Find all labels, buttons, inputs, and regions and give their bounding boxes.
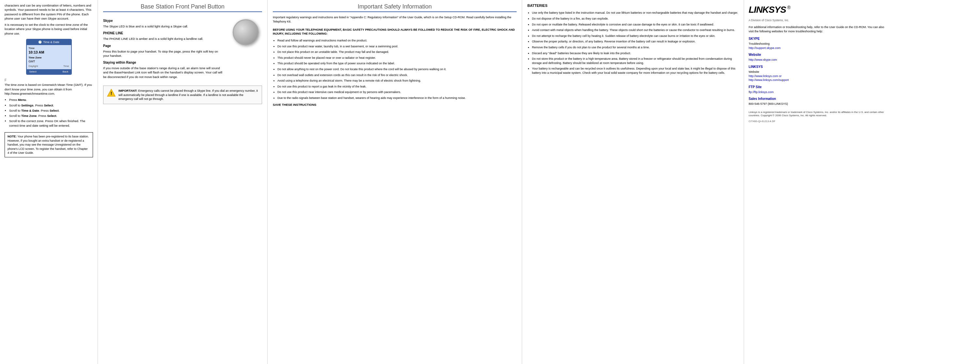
select-btn[interactable]: Select [29,70,37,73]
support-section: SKYPE Troubleshooting http://support.sky… [749,37,886,106]
base-content: Skype The Skype LED is blue and is a sol… [103,16,262,81]
linksys-url-1[interactable]: http://www.linksys.com or [749,74,781,78]
base-text: Skype The Skype LED is blue and is a sol… [103,16,225,81]
safety-item-0: Read and follow all warnings and instruc… [277,38,517,43]
battery-item-7: Discard any "dead" batteries because the… [532,51,738,56]
safety-item-4: This product should be operated only fro… [277,61,517,65]
battery-item-0: Use only the battery type listed in the … [532,11,738,15]
battery-item-1: Do not dispose of the battery in a fire,… [532,17,738,21]
linksys-support-text: For additional information or troublesho… [749,25,886,33]
safety-intro-1: Important regulatory warnings and instru… [273,15,517,24]
safety-item-6: Do not overload wall outlets and extensi… [277,73,517,77]
batteries-column: BATTERIES Use only the battery type list… [522,0,744,364]
svg-text:!: ! [111,91,112,96]
safety-title: Important Safety Information [273,3,517,12]
safety-list: Read and follow all warnings and instruc… [277,38,517,100]
phone-line-text: The PHONE LINE LED is amber and is a sol… [103,37,225,41]
skype-support-url[interactable]: http://support.skype.com [749,46,781,49]
phone-line-heading: PHONE LINE [103,31,225,35]
linksys-logo: LINKSYS® [749,3,886,16]
time-value: 10:13 AM [29,50,69,55]
linksys-section-heading: LINKSYS [749,65,886,69]
safety-item-2: Do not place this product on an unstable… [277,50,517,54]
page-text: Press this button to page your handset. … [103,49,225,58]
safety-item-9: Do not use this product near intensive c… [277,90,517,94]
important-body: Emergency calls cannot be placed through… [118,89,258,101]
linksys-column: LINKSYS® A Division of Cisco Systems, In… [744,0,891,364]
menu-step-3: Scroll to Time & Date. Press Select. [9,109,93,113]
website-link: http://www.skype.com [749,58,886,62]
left-para-1: characters and can be any combination of… [5,3,93,21]
linksys-sup: ® [787,5,791,11]
batteries-list: Use only the battery type listed in the … [532,11,738,75]
linksys-url2: http://www.linksys.com/support [749,78,886,82]
range-text: If you move outside of the base station'… [103,66,225,79]
widget-header: 🕐 Time & Date [27,40,71,45]
page-container: characters and can be any combination of… [0,0,980,364]
safety-item-7: Avoid using a telephone during an electr… [277,79,517,83]
safety-item-5: Do not allow anything to rest on the pow… [277,67,517,72]
base-button-image [233,19,259,45]
left-para-3: The time zone is based on Greenwich Mean… [5,83,93,96]
linksys-footer: Linksys is a registered trademark or tra… [749,111,886,118]
daylight-label: Daylight [29,64,38,68]
page-heading: Page [103,44,225,48]
skype-support-heading: SKYPE [749,37,886,41]
ftp-url[interactable]: ftp://ftp.linksys.com [749,90,774,94]
note-label: NOTE: [8,135,17,138]
battery-item-5: Observe the proper polarity, or directio… [532,40,738,44]
note-box: NOTE: Your phone has been pre-registered… [5,132,93,157]
daylight-row: Daylight Time [29,64,69,68]
base-station-column: Base Station Front Panel Button Skype Th… [98,0,267,364]
tz-value: GMT [29,59,69,64]
back-btn[interactable]: Back [63,70,68,73]
linksys-brand: LINKSYS [749,3,786,16]
menu-steps-list: Press Menu. Scroll to Settings. Press Se… [9,97,93,128]
cit-number: CIT400-QI-61213 A DF [749,120,886,123]
battery-item-2: Do not open or mutilate the battery. Rel… [532,22,738,27]
linksys-division: A Division of Cisco Systems, Inc. [749,19,886,22]
safety-item-3: This product should never be placed near… [277,56,517,60]
widget-body: Time 10:13 AM Time Zone GMT Daylight Tim… [27,45,71,70]
website-url[interactable]: http://www.skype.com [749,58,777,61]
safety-item-8: Do not use this product to report a gas … [277,85,517,89]
skype-support-link: http://support.skype.com [749,46,886,50]
tz-label: Time Zone [29,56,69,59]
linksys-url-2[interactable]: http://www.linksys.com/support [749,78,789,81]
ftp-heading: FTP Site [749,85,886,89]
battery-item-6: Remove the battery cells if you do not p… [532,45,738,49]
warning-icon: ! [107,88,116,97]
time-col-label: Time [63,64,69,68]
left-column: characters and can be any combination of… [0,0,98,364]
skype-text: The Skype LED is blue and is a solid lig… [103,24,225,29]
note-text: Your phone has been pre-registered to it… [8,135,89,155]
battery-item-3: Avoid contact with metal objects when ha… [532,28,738,32]
website-heading: Website [749,53,886,57]
menu-step-2: Scroll to Settings. Press Select. [9,103,93,107]
battery-item-9: Your battery is rechargeable and can be … [532,67,738,75]
sales-heading: Sales Information [749,97,886,101]
important-label: IMPORTANT: [118,89,137,93]
base-image [229,16,262,81]
safety-intro: Important regulatory warnings and instru… [273,15,517,36]
base-station-title: Base Station Front Panel Button [103,3,262,12]
ftp-link: ftp://ftp.linksys.com [749,90,886,94]
linksys-url1: http://www.linksys.com or [749,74,886,78]
menu-step-1: Press Menu. [9,97,93,102]
important-box: ! IMPORTANT: Emergency calls cannot be p… [103,86,262,104]
skype-heading: Skype [103,19,225,23]
menu-step-5: Scroll to the correct zone. Press OK whe… [9,119,93,128]
time-label: Time [29,46,69,50]
important-text: IMPORTANT: Emergency calls cannot be pla… [118,88,258,101]
linksys-website-sub: Website [749,70,886,74]
save-text: SAVE THESE INSTRUCTIONS [273,103,517,107]
clock-icon: 🕐 [38,40,42,45]
left-para-2: It is necessary to set the clock to the … [5,22,93,35]
time-date-widget: 🕐 Time & Date Time 10:13 AM Time Zone GM… [26,39,72,75]
f-marker: F [5,78,6,82]
safety-item-1: Do not use this product near water, laun… [277,45,517,49]
safety-item-10: Due to the radio signals between base st… [277,96,517,100]
widget-footer: Select Back [27,69,71,74]
safety-column: Important Safety Information Important r… [267,0,522,364]
battery-item-4: Do not attempt to recharge the battery c… [532,34,738,38]
